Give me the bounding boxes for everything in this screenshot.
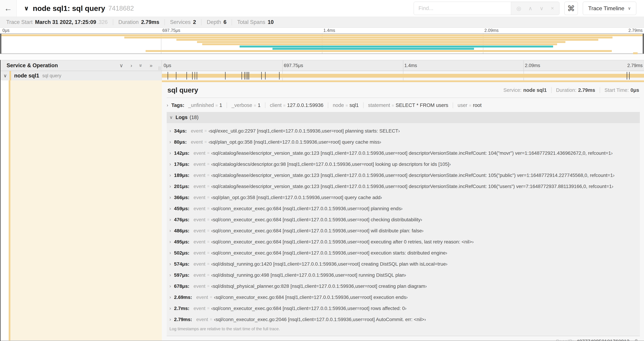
log-row[interactable]: ›80μs:event=‹sql/plan_opt.go:358 [nsql1,…: [167, 137, 640, 148]
log-row[interactable]: ›502μs:event=‹sql/conn_executor_exec.go:…: [167, 247, 640, 258]
log-row[interactable]: ›2.69ms:event=‹sql/conn_executor_exec.go…: [167, 292, 640, 303]
keyboard-shortcuts-button[interactable]: ⌘: [564, 2, 578, 15]
log-row[interactable]: ›597μs:event=‹sql/distsql_running.go:498…: [167, 270, 640, 281]
log-timestamp: 34μs:: [174, 128, 186, 134]
log-message: ‹sql/conn_executor_exec.go:684 [nsql1,cl…: [211, 239, 474, 245]
minimap-span-bar: [202, 43, 557, 45]
clear-search-icon[interactable]: ×: [551, 5, 554, 12]
log-field-key: event: [194, 217, 206, 222]
collapse-one-icon[interactable]: ∨: [120, 63, 123, 68]
log-row[interactable]: ›678μs:event=‹sql/distsql_physical_plann…: [167, 281, 640, 292]
expand-one-icon[interactable]: ›: [130, 63, 132, 68]
log-marker-tick: [168, 72, 168, 80]
service-color-strip: [9, 71, 11, 80]
tags-accordion-toggle[interactable]: › Tags: _unfinished=1_verbose=1client=12…: [167, 98, 640, 112]
logs-accordion-toggle[interactable]: ∨ Logs (18): [167, 112, 640, 123]
log-row[interactable]: ›574μs:event=‹sql/distsql_running.go:142…: [167, 258, 640, 270]
logs-list: ›34μs:event=‹sql/exec_util.go:2297 [nsql…: [167, 123, 640, 325]
trace-stat-suffix: .326: [97, 19, 108, 25]
log-row[interactable]: ›142μs:event=‹sql/catalog/lease/descript…: [167, 148, 640, 159]
logs-label: Logs: [176, 115, 188, 120]
view-selector-button[interactable]: Trace Timeline ∨: [583, 2, 636, 15]
log-timestamp: 80μs:: [174, 139, 186, 145]
trace-stat: Services2: [164, 19, 196, 25]
timeline-minimap[interactable]: [0, 34, 644, 54]
find-group: ◎∧∨×: [414, 2, 560, 15]
expand-all-icon[interactable]: »: [150, 63, 152, 68]
span-row: ∨ node sql1 sql query: [0, 71, 644, 80]
tag-item: _unfinished=1: [188, 102, 222, 108]
back-button[interactable]: ←: [0, 0, 16, 17]
span-name-cell[interactable]: ∨ node sql1 sql query: [0, 71, 162, 80]
log-row[interactable]: ›201μs:event=‹sql/catalog/lease/descript…: [167, 181, 640, 192]
gridline: [282, 60, 283, 71]
timeline-tick-label: 697.75μs: [162, 28, 180, 33]
equals-sign: =: [469, 103, 472, 108]
log-row[interactable]: ›486μs:event=‹sql/conn_executor_exec.go:…: [167, 225, 640, 236]
chevron-down-icon: ∨: [170, 115, 173, 120]
logs-accordion: ∨ Logs (18) ›34μs:event=‹sql/exec_util.g…: [167, 112, 640, 336]
log-row[interactable]: ›189μs:event=‹sql/catalog/lease/descript…: [167, 170, 640, 181]
log-row[interactable]: ›366μs:event=‹sql/plan_opt.go:358 [nsql1…: [167, 192, 640, 203]
locate-icon[interactable]: ◎: [516, 5, 521, 12]
tag-value: root: [473, 102, 482, 108]
tag-item: client=127.0.0.1:59936: [265, 102, 324, 108]
log-message: ‹sql/conn_executor_exec.go:684 [nsql1,cl…: [211, 206, 402, 211]
log-row[interactable]: ›495μs:event=‹sql/conn_executor_exec.go:…: [167, 236, 640, 247]
find-input[interactable]: [414, 2, 511, 15]
span-meta-label: Start Time:: [604, 87, 629, 93]
equals-sign: =: [207, 195, 210, 200]
next-result-icon[interactable]: ∨: [540, 5, 544, 12]
log-timestamp: 176μs:: [174, 161, 190, 167]
timeline-tick-label: 2.79ms: [628, 28, 642, 33]
tag-key: _unfinished: [188, 102, 214, 108]
log-message: ‹sql/exec_util.go:2297 [nsql1,client=127…: [208, 128, 400, 134]
log-row[interactable]: ›34μs:event=‹sql/exec_util.go:2297 [nsql…: [167, 125, 640, 137]
log-message: ‹sql/plan_opt.go:358 [nsql1,client=127.0…: [208, 139, 381, 145]
log-timestamp: 574μs:: [174, 261, 190, 267]
tag-value: sql1: [350, 102, 359, 108]
minimap-row: [0, 39, 644, 41]
span-bar-cell[interactable]: [162, 71, 644, 80]
log-timestamp: 2.79ms:: [174, 317, 192, 322]
minimap-span-bar: [146, 50, 612, 52]
chevron-right-icon: ›: [170, 317, 171, 322]
tag-item: statement=SELECT * FROM users: [363, 102, 448, 108]
chevron-right-icon: ›: [170, 173, 171, 178]
log-marker-tick: [261, 72, 262, 80]
log-row[interactable]: ›459μs:event=‹sql/conn_executor_exec.go:…: [167, 203, 640, 214]
span-collapse-icon[interactable]: ∨: [4, 73, 7, 79]
log-timestamp: 2.69ms:: [174, 294, 192, 300]
log-message: ‹sql/conn_executor_exec.go:684 [nsql1,cl…: [211, 250, 447, 256]
trace-collapse-icon[interactable]: ∨: [24, 5, 29, 12]
span-duration-bar[interactable]: [162, 74, 644, 78]
tag-value: SELECT * FROM users: [396, 102, 448, 108]
column-resize-grip[interactable]: ||: [158, 66, 161, 70]
equals-sign: =: [207, 250, 210, 255]
minimap-left-scrubber[interactable]: [0, 34, 2, 54]
tag-key: statement: [368, 102, 390, 108]
log-row[interactable]: ›2.79ms:event=‹sql/conn_executor_exec.go…: [167, 314, 640, 325]
equals-sign: =: [215, 103, 218, 108]
log-row[interactable]: ›2.7ms:event=‹sql/conn_executor_exec.go:…: [167, 303, 640, 314]
log-row[interactable]: ›176μs:event=‹sql/catalog/descs/descript…: [167, 159, 640, 170]
log-message: ‹sql/catalog/lease/descriptor_version_st…: [211, 173, 614, 178]
tag-item: user=root: [453, 102, 482, 108]
span-operation-title: sql query: [168, 86, 198, 94]
span-detail-card: sql query Service:node sql1Duration:2.79…: [162, 82, 644, 340]
minimap-right-scrubber[interactable]: [642, 34, 644, 54]
span-id-value: 4877749850101760812: [576, 338, 630, 341]
collapse-all-icon[interactable]: »: [138, 64, 144, 67]
equals-sign: =: [207, 173, 210, 178]
log-marker-tick: [192, 72, 193, 80]
log-field-key: event: [194, 150, 206, 156]
log-message: ‹sql/plan_opt.go:358 [nsql1,client=127.0…: [211, 195, 382, 200]
log-row[interactable]: ›476μs:event=‹sql/conn_executor_exec.go:…: [167, 214, 640, 225]
log-timestamp: 476μs:: [174, 217, 190, 222]
trace-title-group: ∨ node sql1: sql query 7418682: [24, 4, 134, 13]
log-timestamp: 2.7ms:: [174, 306, 190, 311]
deep-link-icon[interactable]: [632, 338, 638, 341]
prev-result-icon[interactable]: ∧: [528, 5, 532, 12]
log-message: ‹sql/conn_executor_exec.go:2046 [nsql1,c…: [214, 317, 426, 322]
timeline-tick-label: 2.79ms: [627, 63, 642, 68]
